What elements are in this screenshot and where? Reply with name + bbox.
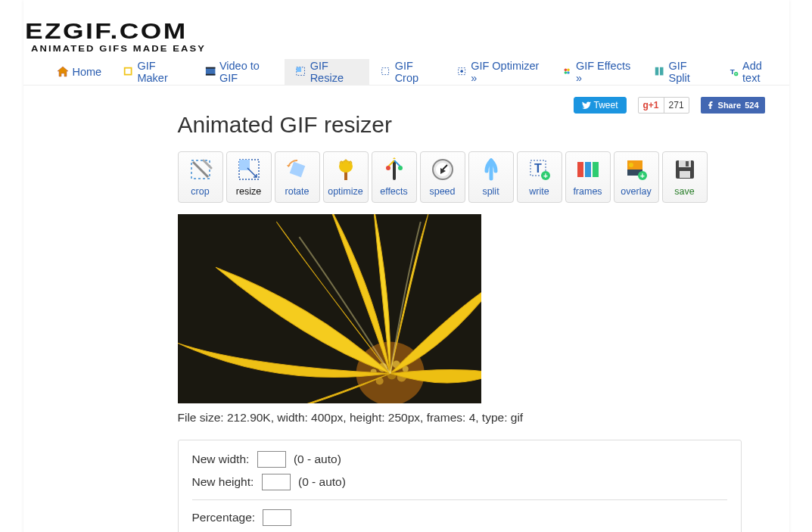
tool-crop-label: crop [191, 186, 209, 197]
twitter-label: Tweet [594, 100, 618, 110]
fb-label: Share [718, 101, 742, 110]
flower-illustration [178, 214, 481, 403]
nav-effects-label: GIF Effects » [576, 60, 633, 84]
tool-crop[interactable]: crop [178, 151, 223, 203]
facebook-share-button[interactable]: Share 524 [701, 97, 765, 114]
width-label: New width: [192, 453, 250, 465]
resize-icon [295, 66, 306, 78]
svg-rect-37 [593, 162, 599, 177]
tool-speed[interactable]: speed [420, 151, 465, 203]
nav-resize-label: GIF Resize [310, 60, 359, 84]
svg-rect-22 [289, 162, 305, 178]
svg-point-27 [398, 166, 403, 170]
nav-optimizer-label: GIF Optimizer » [471, 60, 540, 84]
tool-split[interactable]: split [468, 151, 514, 203]
googleplus-share-button[interactable]: g+1 271 [638, 97, 689, 114]
gplus-logo: g+1 [639, 98, 664, 113]
tool-effects[interactable]: effects [372, 151, 417, 203]
nav-crop[interactable]: GIF Crop [369, 59, 445, 85]
tool-save[interactable]: save [662, 151, 708, 203]
svg-rect-7 [382, 68, 389, 75]
resize-tool-icon [237, 157, 261, 182]
video-icon [205, 66, 216, 78]
width-input[interactable] [257, 451, 286, 468]
fb-count: 524 [745, 101, 758, 110]
svg-rect-35 [577, 162, 583, 177]
nav-resize[interactable]: GIF Resize [285, 59, 369, 85]
facebook-icon [707, 101, 714, 109]
svg-text:+: + [640, 172, 645, 180]
write-icon: T+ [527, 157, 552, 182]
tool-resize[interactable]: resize [226, 151, 272, 203]
resize-form: New width: (0 - auto) New height: (0 - a… [178, 440, 742, 532]
brand-title: EZGIF.COM [25, 21, 813, 41]
home-icon [57, 66, 69, 78]
effects-icon [562, 66, 572, 78]
save-icon [673, 157, 697, 182]
nav-split[interactable]: GIF Split [643, 59, 717, 85]
tool-optimize[interactable]: optimize [323, 151, 369, 203]
optimize-icon [334, 157, 358, 182]
height-label: New height: [192, 475, 254, 488]
nav-home-label: Home [73, 66, 102, 78]
share-buttons: Tweet g+1 271 Share 524 [574, 97, 765, 114]
svg-rect-3 [205, 67, 215, 69]
main-nav: Home GIF Maker Video to GIF GIF Resize G… [23, 59, 789, 86]
nav-maker-label: GIF Maker [137, 60, 183, 84]
svg-rect-15 [660, 67, 663, 76]
svg-text:T: T [534, 162, 542, 175]
effects-tool-icon [382, 157, 406, 182]
svg-text:+: + [735, 72, 737, 76]
svg-point-12 [564, 71, 567, 74]
tool-overlay-label: overlay [621, 186, 651, 197]
twitter-share-button[interactable]: Tweet [574, 97, 627, 114]
tool-effects-label: effects [380, 186, 408, 197]
svg-text:T: T [730, 67, 735, 76]
speed-icon [431, 157, 455, 182]
toolbar: crop resize rotate optimize effects spee… [178, 151, 774, 203]
percent-input[interactable] [263, 509, 291, 526]
tool-rotate[interactable]: rotate [275, 151, 320, 203]
svg-rect-44 [679, 160, 691, 167]
nav-split-label: GIF Split [669, 60, 707, 84]
tool-save-label: save [674, 186, 694, 197]
svg-point-11 [567, 69, 570, 72]
tool-write[interactable]: T+ write [517, 151, 562, 203]
height-hint: (0 - auto) [298, 475, 346, 488]
svg-point-24 [339, 160, 353, 173]
tool-frames[interactable]: frames [565, 151, 611, 203]
optimizer-icon [456, 66, 467, 78]
page-title: Animated GIF resizer [178, 112, 774, 138]
tool-write-label: write [529, 186, 549, 197]
nav-addtext-label: Add text [742, 60, 778, 84]
rotate-icon [285, 157, 310, 182]
nav-home[interactable]: Home [46, 59, 113, 85]
svg-rect-36 [585, 162, 591, 177]
height-input[interactable] [262, 474, 291, 490]
nav-addtext[interactable]: T+ Add text [717, 59, 789, 85]
percent-label: Percentage: [192, 511, 256, 524]
tool-resize-label: resize [236, 186, 261, 197]
tool-optimize-label: optimize [328, 186, 363, 197]
crop-icon [188, 157, 213, 182]
brand-sub: ANIMATED GIFS MADE EASY [31, 44, 813, 53]
split-icon [654, 66, 664, 78]
nav-video-label: Video to GIF [219, 60, 274, 84]
tool-rotate-label: rotate [285, 186, 310, 197]
nav-maker[interactable]: GIF Maker [112, 59, 194, 85]
gplus-count: 271 [664, 98, 689, 113]
svg-rect-6 [297, 67, 301, 72]
width-hint: (0 - auto) [294, 453, 341, 465]
nav-optimizer[interactable]: GIF Optimizer » [446, 59, 551, 85]
twitter-icon [582, 101, 591, 110]
form-separator [192, 499, 727, 500]
svg-point-13 [567, 71, 570, 74]
nav-video[interactable]: Video to GIF [194, 59, 285, 85]
tool-overlay[interactable]: + overlay [614, 151, 659, 203]
tool-split-label: split [482, 186, 499, 197]
file-meta: File size: 212.90K, width: 400px, height… [178, 411, 774, 425]
svg-rect-1 [126, 69, 131, 74]
split-tool-icon [479, 157, 503, 182]
nav-effects[interactable]: GIF Effects » [551, 59, 644, 85]
svg-text:+: + [543, 172, 548, 180]
